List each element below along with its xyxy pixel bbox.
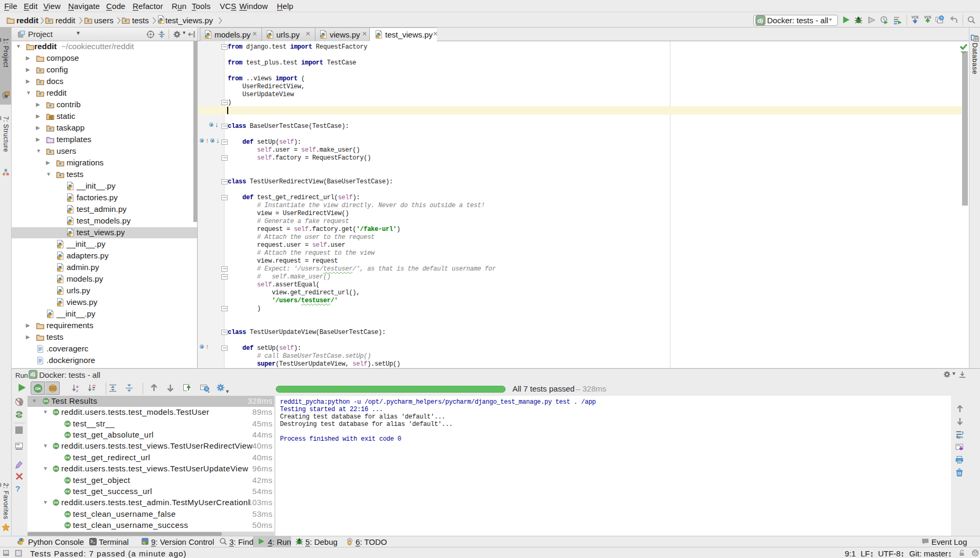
svg-text:VCS: VCS xyxy=(911,15,919,19)
svg-text:VCS: VCS xyxy=(924,15,931,19)
svg-text:z: z xyxy=(76,388,78,393)
